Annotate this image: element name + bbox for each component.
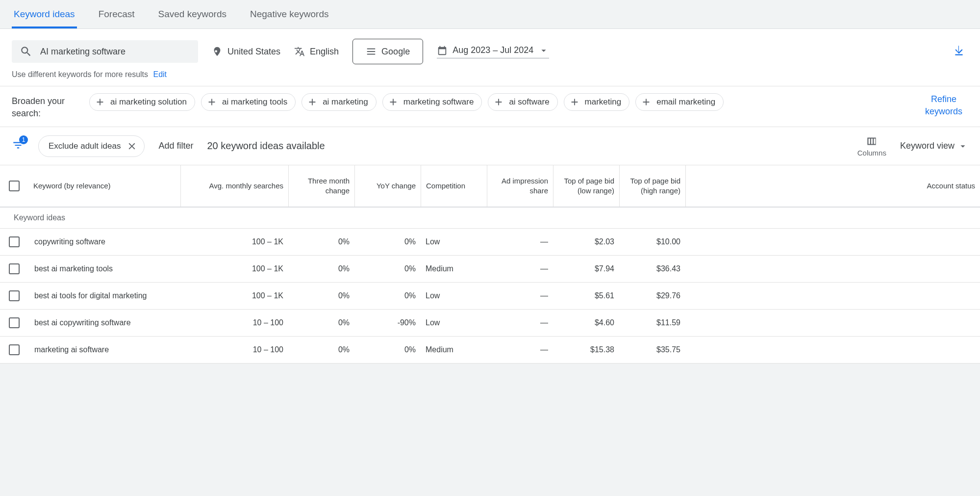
- cell-comp: Medium: [421, 257, 487, 281]
- chip-marketing-software[interactable]: marketing software: [382, 93, 482, 111]
- col-ad-impression[interactable]: Ad impression share: [487, 165, 553, 207]
- filter-chip-exclude-adult[interactable]: Exclude adult ideas: [38, 135, 145, 157]
- cell-keyword: marketing ai software: [28, 338, 180, 362]
- cell-keyword: best ai marketing tools: [28, 257, 180, 281]
- chip-ai-marketing-tools[interactable]: ai marketing tools: [201, 93, 296, 111]
- tab-bar: Keyword ideas Forecast Saved keywords Ne…: [0, 0, 980, 29]
- translate-icon: [294, 46, 305, 57]
- cell-keyword: best ai copywriting software: [28, 311, 180, 335]
- cell-adimp: —: [487, 311, 553, 335]
- cell-high: $36.43: [619, 257, 685, 281]
- network-selector[interactable]: Google: [352, 39, 423, 64]
- cell-keyword: copywriting software: [28, 230, 180, 254]
- cell-low: $5.61: [553, 284, 619, 308]
- cell-keyword: best ai tools for digital marketing: [28, 284, 180, 308]
- cell-adimp: —: [487, 257, 553, 281]
- search-box[interactable]: [12, 40, 198, 63]
- tab-keyword-ideas[interactable]: Keyword ideas: [12, 0, 77, 28]
- col-account-status[interactable]: Account status: [685, 165, 980, 207]
- date-range-selector[interactable]: Aug 2023 – Jul 2024: [437, 45, 549, 58]
- search-input[interactable]: [40, 47, 190, 57]
- row-checkbox[interactable]: [9, 344, 20, 355]
- cell-three: 0%: [288, 311, 354, 335]
- row-checkbox[interactable]: [9, 317, 20, 328]
- col-yoy[interactable]: YoY change: [354, 165, 421, 207]
- col-keyword[interactable]: Keyword (by relevance): [28, 165, 180, 207]
- plus-icon: [307, 97, 318, 107]
- cell-high: $11.59: [619, 311, 685, 335]
- col-three-month[interactable]: Three month change: [288, 165, 354, 207]
- plus-icon: [641, 97, 652, 107]
- tab-forecast[interactable]: Forecast: [97, 0, 137, 28]
- tab-saved-keywords[interactable]: Saved keywords: [156, 0, 228, 28]
- columns-label: Columns: [857, 149, 886, 157]
- col-avg-searches[interactable]: Avg. monthly searches: [180, 165, 288, 207]
- cell-yoy: 0%: [354, 257, 421, 281]
- cell-avg: 100 – 1K: [180, 284, 288, 308]
- chip-ai-software[interactable]: ai software: [488, 93, 557, 111]
- col-high-bid[interactable]: Top of page bid (high range): [619, 165, 685, 207]
- row-checkbox[interactable]: [9, 263, 20, 274]
- add-filter-button[interactable]: Add filter: [158, 141, 193, 151]
- row-checkbox-cell: [0, 337, 28, 363]
- columns-icon: [865, 135, 878, 148]
- col-competition[interactable]: Competition: [421, 165, 487, 207]
- col-low-bid[interactable]: Top of page bid (low range): [553, 165, 619, 207]
- network-label: Google: [381, 47, 410, 57]
- chip-label: marketing: [585, 97, 622, 107]
- refine-keywords-link[interactable]: Refine keywords: [919, 93, 968, 118]
- view-label: Keyword view: [900, 141, 955, 151]
- cell-low: $2.03: [553, 230, 619, 254]
- filter-chip-remove[interactable]: [126, 141, 137, 152]
- cell-low: $7.94: [553, 257, 619, 281]
- chip-email-marketing[interactable]: email marketing: [635, 93, 724, 111]
- cell-comp: Medium: [421, 338, 487, 362]
- cell-status: [685, 261, 980, 277]
- cell-avg: 10 – 100: [180, 338, 288, 362]
- filter-count-badge: 1: [19, 135, 28, 144]
- cell-high: $10.00: [619, 230, 685, 254]
- table-row: marketing ai software10 – 1000%0%Medium—…: [0, 337, 980, 364]
- table-header: Keyword (by relevance) Avg. monthly sear…: [0, 165, 980, 208]
- cell-yoy: 0%: [354, 230, 421, 254]
- chip-ai-marketing[interactable]: ai marketing: [302, 93, 377, 111]
- cell-avg: 10 – 100: [180, 311, 288, 335]
- cell-avg: 100 – 1K: [180, 230, 288, 254]
- chip-label: ai marketing tools: [222, 97, 287, 107]
- edit-link[interactable]: Edit: [153, 70, 167, 78]
- select-all-cell: [0, 165, 28, 207]
- chip-label: ai software: [509, 97, 549, 107]
- language-selector[interactable]: English: [294, 46, 339, 57]
- chip-marketing[interactable]: marketing: [564, 93, 630, 111]
- cell-avg: 100 – 1K: [180, 257, 288, 281]
- filter-funnel-button[interactable]: 1: [12, 139, 25, 153]
- location-selector[interactable]: United States: [212, 46, 280, 57]
- cell-yoy: 0%: [354, 284, 421, 308]
- close-icon: [126, 141, 137, 152]
- row-checkbox[interactable]: [9, 236, 20, 247]
- network-icon: [366, 46, 377, 57]
- select-all-checkbox[interactable]: [9, 181, 20, 191]
- view-selector[interactable]: Keyword view: [900, 141, 968, 152]
- cell-three: 0%: [288, 284, 354, 308]
- chevron-down-icon: [957, 141, 968, 152]
- cell-comp: Low: [421, 284, 487, 308]
- tab-negative-keywords[interactable]: Negative keywords: [248, 0, 331, 28]
- chip-ai-marketing-solution[interactable]: ai marketing solution: [89, 93, 195, 111]
- cell-status: [685, 234, 980, 250]
- language-label: English: [310, 47, 339, 57]
- download-button[interactable]: [950, 42, 968, 62]
- row-checkbox-cell: [0, 283, 28, 309]
- plus-icon: [95, 97, 105, 107]
- cell-adimp: —: [487, 230, 553, 254]
- chip-label: marketing software: [403, 97, 474, 107]
- controls-row: United States English Google Aug 2023 – …: [0, 29, 980, 70]
- plus-icon: [206, 97, 217, 107]
- cell-high: $29.76: [619, 284, 685, 308]
- row-checkbox-cell: [0, 310, 28, 336]
- row-checkbox[interactable]: [9, 290, 20, 301]
- chip-label: ai marketing: [323, 97, 368, 107]
- cell-comp: Low: [421, 311, 487, 335]
- columns-button[interactable]: Columns: [857, 135, 886, 157]
- hint-text: Use different keywords for more results: [12, 70, 148, 78]
